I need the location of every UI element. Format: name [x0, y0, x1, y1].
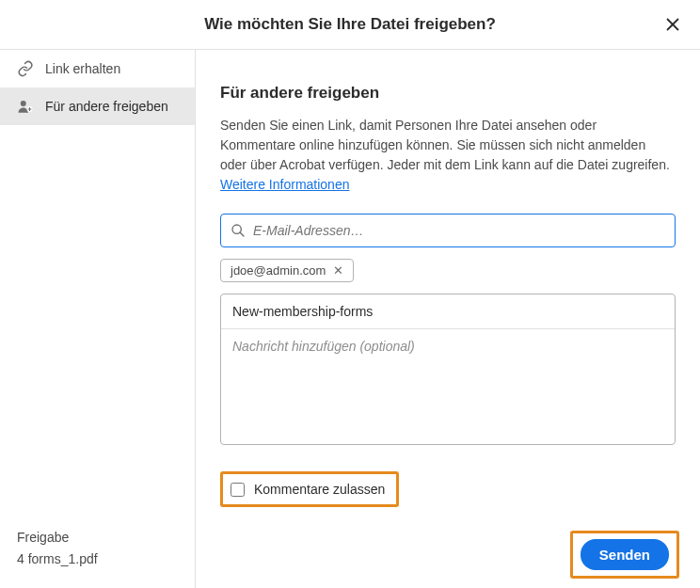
- more-info-link[interactable]: Weitere Informationen: [220, 177, 349, 192]
- sidebar-item-label: Link erhalten: [45, 61, 120, 76]
- close-icon: [665, 17, 680, 32]
- message-field[interactable]: Nachricht hinzufügen (optional): [221, 329, 675, 444]
- send-button[interactable]: Senden: [581, 539, 669, 570]
- link-icon: [17, 60, 34, 77]
- allow-comments-checkbox[interactable]: [231, 483, 245, 497]
- sidebar-item-share-others[interactable]: Für andere freigeben: [0, 87, 195, 125]
- section-heading: Für andere freigeben: [220, 84, 676, 103]
- recipient-chip-label: jdoe@admin.com: [231, 263, 326, 278]
- sidebar: Link erhalten Für andere freigeben Freig…: [0, 50, 196, 588]
- close-button[interactable]: [662, 14, 683, 35]
- footer-label: Freigabe: [17, 527, 195, 548]
- sidebar-item-label: Für andere freigeben: [45, 99, 168, 114]
- footer-filename: 4 forms_1.pdf: [17, 548, 195, 569]
- allow-comments-row[interactable]: Kommentare zulassen: [220, 471, 399, 507]
- email-input-row[interactable]: [220, 214, 676, 247]
- svg-point-2: [21, 101, 26, 106]
- sidebar-item-get-link[interactable]: Link erhalten: [0, 50, 195, 87]
- send-button-highlight: Senden: [570, 531, 679, 579]
- sidebar-footer: Freigabe 4 forms_1.pdf: [0, 527, 195, 588]
- remove-recipient-button[interactable]: ✕: [333, 263, 343, 278]
- add-user-icon: [17, 98, 34, 115]
- compose-box: New-membership-forms Nachricht hinzufüge…: [220, 294, 676, 445]
- description-text: Senden Sie einen Link, damit Personen Ih…: [220, 116, 676, 195]
- recipient-chip: jdoe@admin.com ✕: [220, 259, 354, 282]
- main-panel: Für andere freigeben Senden Sie einen Li…: [196, 50, 700, 588]
- dialog-header: Wie möchten Sie Ihre Datei freigeben?: [0, 0, 700, 50]
- svg-line-5: [240, 232, 244, 236]
- email-input[interactable]: [253, 223, 665, 238]
- dialog-title: Wie möchten Sie Ihre Datei freigeben?: [204, 15, 496, 34]
- subject-field[interactable]: New-membership-forms: [221, 294, 675, 329]
- allow-comments-label: Kommentare zulassen: [254, 482, 385, 497]
- search-icon: [231, 223, 246, 238]
